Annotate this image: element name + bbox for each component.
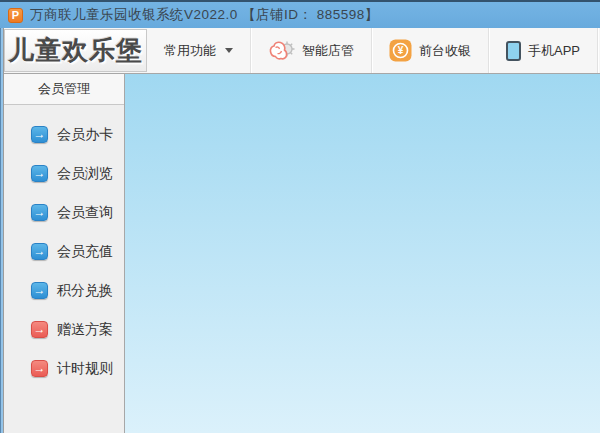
brain-gear-icon (268, 37, 295, 64)
arrow-right-icon (31, 126, 48, 143)
sidebar-member-management: 会员管理 会员办卡 会员浏览 会员查询 会员充值 (4, 74, 125, 433)
smart-store-button[interactable]: 智能店管 (251, 28, 372, 73)
mobile-app-label: 手机APP (528, 42, 580, 60)
arrow-right-icon (31, 360, 48, 377)
sidebar-item-label: 积分兑换 (57, 282, 113, 300)
cashier-button[interactable]: ¥ 前台收银 (372, 28, 489, 73)
sidebar-item-gift-plan[interactable]: 赠送方案 (4, 310, 124, 349)
arrow-right-icon (31, 243, 48, 260)
smart-store-label: 智能店管 (302, 42, 354, 60)
title-bar: P 万商联儿童乐园收银系统V2022.0 【店铺ID： 885598】 (0, 0, 600, 28)
sidebar-item-label: 赠送方案 (57, 321, 113, 339)
sidebar-menu: 会员办卡 会员浏览 会员查询 会员充值 积分兑换 (4, 105, 124, 388)
brand-logo-text: 儿童欢乐堡 (8, 33, 143, 68)
sidebar-header: 会员管理 (4, 74, 124, 105)
sidebar-item-timing-rules[interactable]: 计时规则 (4, 349, 124, 388)
brand-logo-box: 儿童欢乐堡 (4, 29, 147, 72)
sidebar-item-label: 计时规则 (57, 360, 113, 378)
toolbar: 儿童欢乐堡 常用功能 智能店管 (0, 28, 600, 74)
app-logo-icon: P (8, 8, 23, 23)
sidebar-item-label: 会员办卡 (57, 126, 113, 144)
sidebar-item-label: 会员浏览 (57, 165, 113, 183)
phone-icon (506, 41, 521, 61)
sidebar-item-label: 会员查询 (57, 204, 113, 222)
sidebar-item-points-exchange[interactable]: 积分兑换 (4, 271, 124, 310)
arrow-right-icon (31, 321, 48, 338)
arrow-right-icon (31, 282, 48, 299)
window-body: 会员管理 会员办卡 会员浏览 会员查询 会员充值 (0, 74, 600, 433)
arrow-right-icon (31, 165, 48, 182)
svg-text:¥: ¥ (398, 45, 404, 56)
common-functions-button[interactable]: 常用功能 (147, 28, 251, 73)
sidebar-item-member-recharge[interactable]: 会员充值 (4, 232, 124, 271)
window-left-border (0, 28, 4, 433)
arrow-right-icon (31, 204, 48, 221)
app-window: P 万商联儿童乐园收银系统V2022.0 【店铺ID： 885598】 儿童欢乐… (0, 0, 600, 433)
sidebar-item-member-query[interactable]: 会员查询 (4, 193, 124, 232)
mobile-app-button[interactable]: 手机APP (489, 28, 598, 73)
main-content-canvas (125, 74, 600, 433)
yuan-coin-icon: ¥ (389, 39, 412, 62)
sidebar-item-member-card[interactable]: 会员办卡 (4, 115, 124, 154)
sidebar-item-label: 会员充值 (57, 243, 113, 261)
sidebar-item-member-browse[interactable]: 会员浏览 (4, 154, 124, 193)
chevron-down-icon (225, 48, 233, 53)
cashier-label: 前台收银 (419, 42, 471, 60)
common-functions-label: 常用功能 (164, 42, 216, 60)
window-title: 万商联儿童乐园收银系统V2022.0 【店铺ID： 885598】 (30, 6, 379, 24)
